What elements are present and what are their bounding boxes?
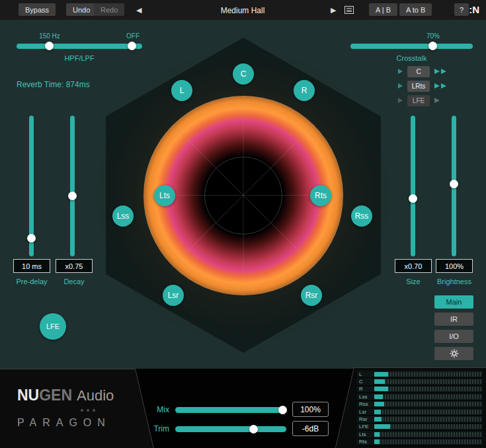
meter-row: Rss (357, 401, 483, 408)
pre-delay-value-box[interactable]: 10 ms (13, 259, 50, 273)
meter-level (374, 417, 382, 422)
channel-node-lsr[interactable]: Lsr (163, 285, 184, 306)
channel-node-rts[interactable]: Rts (310, 185, 331, 206)
preset-list-icon[interactable] (344, 6, 354, 14)
channel-node-c[interactable]: C (233, 63, 254, 85)
size-handle[interactable] (409, 194, 417, 203)
routing-in-chevron-icon (398, 83, 403, 89)
redo-button[interactable]: Redo (94, 3, 124, 16)
brand-tab-shape (0, 369, 154, 448)
trim-label: Trim (147, 424, 169, 433)
lpf-handle[interactable] (128, 42, 136, 50)
mix-slider-track[interactable] (175, 407, 286, 413)
a-to-b-button[interactable]: A to B (399, 3, 432, 16)
meter-bar (374, 379, 481, 384)
channel-node-lts[interactable]: Lts (154, 185, 175, 206)
brand-gen: GEN (39, 387, 72, 404)
main-panel: 150 Hz OFF HPF/LPF Reverb Time: 874ms 70… (0, 20, 486, 369)
routing-row-lfe: LFE (398, 94, 440, 106)
meter-row: Rts (357, 439, 483, 446)
meter-channel-label: LFE (357, 424, 374, 429)
routing-lfe-button[interactable]: LFE (407, 95, 430, 106)
routing-out-chevrons-icon (434, 83, 446, 89)
meter-channel-label: R (357, 386, 374, 392)
mix-handle[interactable] (278, 406, 287, 414)
crosstalk-value: 70% (417, 32, 450, 40)
bypass-button[interactable]: Bypass (19, 3, 56, 16)
reverb-time-readout: Reverb Time: 874ms (17, 80, 90, 89)
pre-delay-label: Pre-delay (13, 278, 50, 285)
routing-in-chevron-icon (398, 98, 403, 103)
trim-handle[interactable] (249, 425, 258, 433)
trim-slider-track[interactable] (175, 426, 286, 432)
mix-value-box[interactable]: 100% (292, 402, 329, 417)
meter-bar (374, 424, 481, 429)
settings-button[interactable] (434, 347, 473, 360)
decay-value-box[interactable]: x0.75 (56, 259, 93, 273)
meter-bar (374, 410, 481, 414)
brightness-value-box[interactable]: 100% (436, 259, 473, 273)
routing-in-chevron-icon (398, 69, 403, 74)
help-button[interactable]: ? (454, 3, 469, 16)
meter-row: L (357, 371, 483, 378)
meter-row: Lss (357, 393, 483, 400)
meter-channel-label: Lts (357, 431, 374, 437)
meter-level (374, 439, 380, 444)
routing-row-c: C (398, 65, 446, 77)
previous-preset-icon[interactable]: ◀ (136, 6, 142, 15)
ab-compare-button[interactable]: A | B (369, 3, 397, 16)
titlebar: Bypass Undo Redo ◀ Medium Hall ▶ A | B A… (0, 0, 486, 20)
brand-audio: Audio (77, 387, 114, 404)
meter-bar (374, 402, 481, 406)
meter-channel-label: C (357, 379, 374, 385)
size-value-box[interactable]: x0.70 (395, 259, 432, 273)
paragon-plugin-window: Bypass Undo Redo ◀ Medium Hall ▶ A | B A… (0, 0, 486, 448)
routing-row-lrts: LRts (398, 80, 446, 92)
hpf-handle[interactable] (45, 42, 54, 50)
gear-icon (450, 349, 459, 358)
next-preset-icon[interactable]: ▶ (331, 6, 336, 15)
channel-node-rsr[interactable]: Rsr (301, 285, 322, 306)
meter-bar (374, 432, 481, 437)
meter-row: C (357, 378, 483, 385)
channel-node-l[interactable]: L (171, 80, 192, 101)
meter-row: R (357, 386, 483, 393)
meter-row: LFE (357, 424, 483, 431)
preset-name[interactable]: Medium Hall (177, 6, 309, 15)
meter-level (374, 410, 381, 414)
brand-logo: NUGENAudio (17, 387, 114, 404)
brand-nu: NU (17, 387, 39, 404)
undo-button[interactable]: Undo (66, 3, 97, 16)
tab-io[interactable]: I/O (434, 330, 473, 343)
product-name: PARAGON (17, 417, 111, 429)
decay-handle[interactable] (68, 192, 77, 200)
meter-level (374, 387, 388, 391)
meter-bar (374, 387, 481, 391)
meter-level (374, 402, 384, 406)
hpf-lpf-label: HPF/LPF (17, 54, 142, 62)
meter-level (374, 372, 388, 377)
channel-node-rss[interactable]: Rss (351, 205, 372, 227)
tab-ir[interactable]: IR (434, 313, 473, 326)
channel-node-lss[interactable]: Lss (112, 205, 134, 227)
hpf-lpf-slider-track[interactable] (17, 44, 142, 49)
brand-dots (81, 409, 95, 412)
tab-main[interactable]: Main (434, 295, 473, 309)
crosstalk-handle[interactable] (428, 42, 437, 50)
routing-out-chevrons-icon (434, 98, 440, 103)
meter-channel-label: Lss (357, 394, 374, 400)
channel-node-r[interactable]: R (294, 80, 315, 101)
trim-value-box[interactable]: -6dB (292, 421, 329, 436)
crosstalk-slider-track[interactable] (350, 44, 473, 49)
routing-lrts-button[interactable]: LRts (407, 81, 430, 92)
meter-level (374, 432, 380, 437)
routing-c-button[interactable]: C (407, 66, 430, 77)
meter-channel-label: Rss (357, 401, 374, 407)
pre-delay-handle[interactable] (27, 234, 36, 243)
decay-slider-track[interactable] (70, 116, 75, 256)
hpf-value: 150 Hz (33, 32, 66, 40)
channel-node-lfe[interactable]: LFE (40, 313, 66, 340)
brightness-handle[interactable] (450, 180, 458, 188)
size-slider-track[interactable] (411, 116, 415, 256)
crosstalk-label: Crosstalk (350, 54, 473, 62)
